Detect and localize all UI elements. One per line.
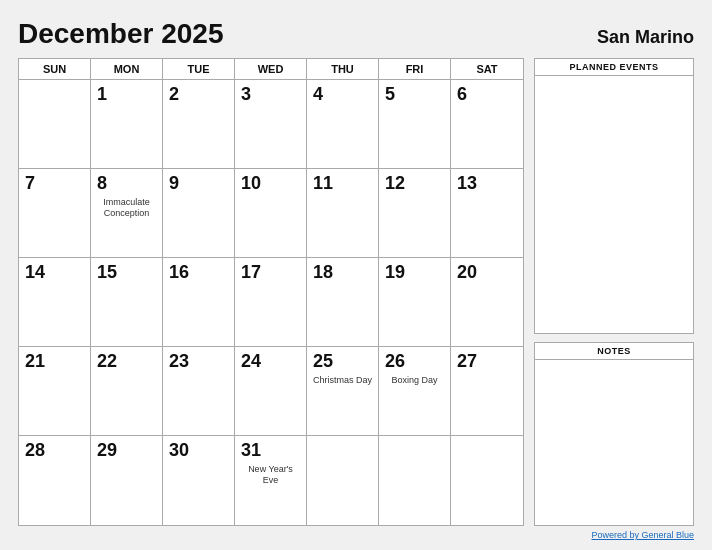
main-area: SUNMONTUEWEDTHUFRISAT 12345678Immaculate… — [18, 58, 694, 526]
planned-events-box: PLANNED EVENTS — [534, 58, 694, 334]
day-header: MON — [91, 59, 163, 79]
date-number: 4 — [313, 84, 323, 106]
event-label: Christmas Day — [313, 375, 372, 387]
calendar-cell — [451, 436, 523, 525]
calendar-cell: 1 — [91, 80, 163, 169]
day-header: TUE — [163, 59, 235, 79]
date-number: 26 — [385, 351, 405, 373]
date-number: 12 — [385, 173, 405, 195]
date-number: 25 — [313, 351, 333, 373]
calendar-cell: 2 — [163, 80, 235, 169]
calendar-cell: 4 — [307, 80, 379, 169]
date-number: 9 — [169, 173, 179, 195]
calendar-cell: 14 — [19, 258, 91, 347]
calendar-cell: 9 — [163, 169, 235, 258]
day-header: SUN — [19, 59, 91, 79]
calendar-cell: 11 — [307, 169, 379, 258]
day-header: SAT — [451, 59, 523, 79]
date-number: 3 — [241, 84, 251, 106]
event-label: Immaculate Conception — [103, 197, 150, 220]
date-number: 8 — [97, 173, 107, 195]
day-header: FRI — [379, 59, 451, 79]
footer-link[interactable]: Powered by General Blue — [591, 530, 694, 540]
date-number: 22 — [97, 351, 117, 373]
footer: Powered by General Blue — [18, 530, 694, 540]
calendar-cell: 3 — [235, 80, 307, 169]
calendar-cell: 18 — [307, 258, 379, 347]
calendar-page: December 2025 San Marino SUNMONTUEWEDTHU… — [0, 0, 712, 550]
date-number: 17 — [241, 262, 261, 284]
date-number: 14 — [25, 262, 45, 284]
calendar-cell — [379, 436, 451, 525]
calendar-cell — [19, 80, 91, 169]
calendar-cell: 16 — [163, 258, 235, 347]
calendar-cell: 10 — [235, 169, 307, 258]
calendar-cell: 5 — [379, 80, 451, 169]
day-headers: SUNMONTUEWEDTHUFRISAT — [19, 59, 523, 80]
date-number: 18 — [313, 262, 333, 284]
calendar-cell: 25Christmas Day — [307, 347, 379, 436]
date-number: 11 — [313, 173, 333, 195]
top-header: December 2025 San Marino — [18, 18, 694, 50]
calendar-cell: 31New Year's Eve — [235, 436, 307, 525]
calendar-cell: 7 — [19, 169, 91, 258]
date-number: 29 — [97, 440, 117, 462]
calendar-cell — [307, 436, 379, 525]
date-number: 2 — [169, 84, 179, 106]
day-header: WED — [235, 59, 307, 79]
date-number: 31 — [241, 440, 261, 462]
date-number: 15 — [97, 262, 117, 284]
date-number: 21 — [25, 351, 45, 373]
calendar-grid: 12345678Immaculate Conception91011121314… — [19, 80, 523, 525]
calendar-cell: 26Boxing Day — [379, 347, 451, 436]
calendar-cell: 22 — [91, 347, 163, 436]
notes-box: NOTES — [534, 342, 694, 526]
notes-content — [535, 360, 693, 525]
calendar-cell: 29 — [91, 436, 163, 525]
calendar-cell: 8Immaculate Conception — [91, 169, 163, 258]
date-number: 13 — [457, 173, 477, 195]
date-number: 20 — [457, 262, 477, 284]
calendar-section: SUNMONTUEWEDTHUFRISAT 12345678Immaculate… — [18, 58, 524, 526]
calendar-cell: 23 — [163, 347, 235, 436]
calendar-cell: 13 — [451, 169, 523, 258]
calendar-cell: 19 — [379, 258, 451, 347]
calendar-cell: 21 — [19, 347, 91, 436]
date-number: 6 — [457, 84, 467, 106]
sidebar: PLANNED EVENTS NOTES — [534, 58, 694, 526]
calendar-cell: 28 — [19, 436, 91, 525]
date-number: 16 — [169, 262, 189, 284]
notes-title: NOTES — [535, 343, 693, 360]
calendar-cell: 30 — [163, 436, 235, 525]
date-number: 1 — [97, 84, 107, 106]
date-number: 28 — [25, 440, 45, 462]
event-label: New Year's Eve — [248, 464, 293, 487]
date-number: 24 — [241, 351, 261, 373]
event-label: Boxing Day — [391, 375, 437, 387]
calendar-cell: 6 — [451, 80, 523, 169]
calendar-cell: 17 — [235, 258, 307, 347]
planned-events-content — [535, 76, 693, 333]
date-number: 7 — [25, 173, 35, 195]
calendar-cell: 15 — [91, 258, 163, 347]
calendar-cell: 24 — [235, 347, 307, 436]
date-number: 23 — [169, 351, 189, 373]
calendar-cell: 20 — [451, 258, 523, 347]
country-title: San Marino — [597, 27, 694, 48]
date-number: 30 — [169, 440, 189, 462]
date-number: 27 — [457, 351, 477, 373]
calendar-cell: 27 — [451, 347, 523, 436]
calendar-cell: 12 — [379, 169, 451, 258]
month-title: December 2025 — [18, 18, 223, 50]
planned-events-title: PLANNED EVENTS — [535, 59, 693, 76]
date-number: 5 — [385, 84, 395, 106]
date-number: 10 — [241, 173, 261, 195]
day-header: THU — [307, 59, 379, 79]
date-number: 19 — [385, 262, 405, 284]
